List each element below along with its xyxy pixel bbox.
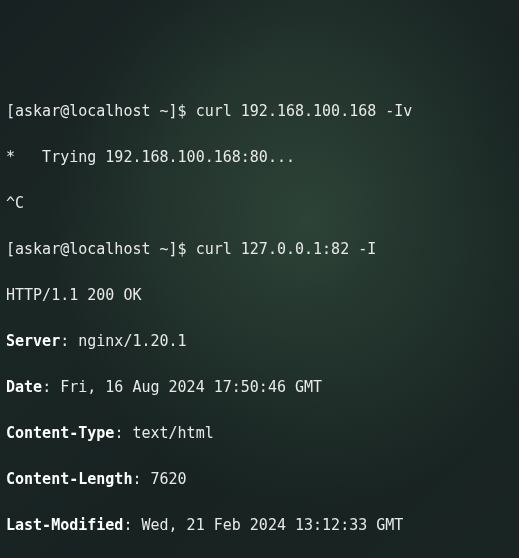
http-header-content-type: Content-Type: text/html [6, 422, 513, 445]
http-header-server: Server: nginx/1.20.1 [6, 330, 513, 353]
header-value: : nginx/1.20.1 [60, 332, 186, 350]
http-header-last-modified: Last-Modified: Wed, 21 Feb 2024 13:12:33… [6, 514, 513, 537]
http-status-line: HTTP/1.1 200 OK [6, 284, 513, 307]
shell-prompt: [askar@localhost ~]$ [6, 240, 196, 258]
command-line-2[interactable]: [askar@localhost ~]$ curl 127.0.0.1:82 -… [6, 238, 513, 261]
header-value: : 7620 [132, 470, 186, 488]
header-name: Content-Length [6, 470, 132, 488]
header-name: Server [6, 332, 60, 350]
command-line-1[interactable]: [askar@localhost ~]$ curl 192.168.100.16… [6, 100, 513, 123]
header-value: : Fri, 16 Aug 2024 17:50:46 GMT [42, 378, 322, 396]
interrupt-line: ^C [6, 192, 513, 215]
header-name: Last-Modified [6, 516, 123, 534]
curl-verbose-line: * Trying 192.168.100.168:80... [6, 146, 513, 169]
http-header-date: Date: Fri, 16 Aug 2024 17:50:46 GMT [6, 376, 513, 399]
header-name: Date [6, 378, 42, 396]
header-value: : Wed, 21 Feb 2024 13:12:33 GMT [123, 516, 403, 534]
http-header-content-length: Content-Length: 7620 [6, 468, 513, 491]
shell-prompt: [askar@localhost ~]$ [6, 102, 196, 120]
command-text: curl 192.168.100.168 -Iv [196, 102, 413, 120]
command-text: curl 127.0.0.1:82 -I [196, 240, 377, 258]
header-value: : text/html [114, 424, 213, 442]
header-name: Content-Type [6, 424, 114, 442]
